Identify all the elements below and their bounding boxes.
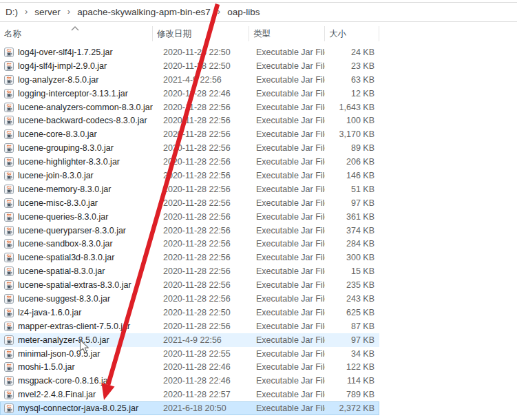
file-name: lucene-suggest-8.3.0.jar	[18, 294, 110, 304]
file-name: log4j-over-slf4j-1.7.25.jar	[18, 48, 113, 57]
file-date-modified: 2020-11-28 22:56	[153, 212, 249, 222]
file-size: 146 KB	[325, 171, 379, 180]
file-name: msgpack-core-0.8.16.jar	[18, 376, 111, 386]
file-row[interactable]: lucene-analyzers-common-8.3.0.jar 2020-1…	[0, 101, 379, 114]
executable-jar-icon	[4, 390, 14, 399]
file-name: mapper-extras-client-7.5.0.jar	[18, 322, 130, 331]
executable-jar-icon	[4, 129, 14, 139]
file-size: 1,643 KB	[325, 103, 379, 112]
executable-jar-icon	[4, 294, 14, 304]
file-date-modified: 2020-11-28 22:50	[153, 48, 249, 57]
file-name: logging-interceptor-3.13.1.jar	[18, 89, 128, 98]
file-size: 24 KB	[325, 48, 379, 57]
breadcrumb-item[interactable]: server	[30, 7, 65, 17]
file-row[interactable]: lucene-misc-8.3.0.jar 2020-11-28 22:56 E…	[0, 196, 379, 210]
file-date-modified: 2020-11-28 22:56	[153, 171, 249, 180]
file-row[interactable]: lucene-grouping-8.3.0.jar 2020-11-28 22:…	[0, 141, 379, 155]
file-row[interactable]: lucene-memory-8.3.0.jar 2020-11-28 22:56…	[0, 182, 379, 196]
file-name: mvel2-2.4.8.Final.jar	[18, 390, 96, 399]
file-row[interactable]: lucene-join-8.3.0.jar 2020-11-28 22:56 E…	[0, 169, 379, 182]
file-name-cell: mvel2-2.4.8.Final.jar	[0, 390, 153, 399]
executable-jar-icon	[4, 335, 14, 345]
file-type: Executable Jar File	[249, 266, 325, 276]
executable-jar-icon	[4, 266, 14, 276]
file-row[interactable]: minimal-json-0.9.5.jar 2020-11-28 22:55 …	[0, 347, 379, 361]
file-row[interactable]: lucene-queryparser-8.3.0.jar 2020-11-28 …	[0, 224, 379, 238]
executable-jar-icon	[4, 280, 14, 290]
file-row[interactable]: lucene-sandbox-8.3.0.jar 2020-11-28 22:5…	[0, 237, 379, 251]
file-name-cell: lucene-queryparser-8.3.0.jar	[0, 226, 153, 235]
column-headers: 名称 修改日期 类型 大小	[0, 25, 379, 43]
executable-jar-icon	[4, 253, 14, 262]
file-row[interactable]: logging-interceptor-3.13.1.jar 2020-11-2…	[0, 87, 379, 101]
file-type: Executable Jar File	[249, 390, 325, 399]
file-row[interactable]: lucene-highlighter-8.3.0.jar 2020-11-28 …	[0, 155, 379, 169]
file-row[interactable]: mvel2-2.4.8.Final.jar 2020-11-28 22:57 E…	[0, 388, 379, 401]
file-name-cell: lucene-suggest-8.3.0.jar	[0, 294, 153, 304]
file-row[interactable]: mapper-extras-client-7.5.0.jar 2020-11-2…	[0, 319, 379, 333]
file-date-modified: 2020-11-28 22:56	[153, 198, 249, 208]
file-size: 206 KB	[325, 157, 379, 167]
file-row[interactable]: log4j-over-slf4j-1.7.25.jar 2020-11-28 2…	[0, 45, 379, 59]
breadcrumb-chevron-icon: ›	[65, 6, 73, 18]
file-name: lucene-misc-8.3.0.jar	[18, 198, 98, 208]
breadcrumb-chevron-icon: ›	[22, 6, 30, 18]
file-name-cell: lucene-backward-codecs-8.3.0.jar	[0, 116, 153, 125]
column-separator	[324, 26, 325, 41]
breadcrumb-item[interactable]: oap-libs	[223, 7, 264, 17]
file-date-modified: 2020-11-28 22:56	[153, 266, 249, 276]
file-size: 114 KB	[325, 376, 379, 386]
column-header-date-modified[interactable]: 修改日期	[153, 25, 249, 43]
file-row[interactable]: lucene-suggest-8.3.0.jar 2020-11-28 22:5…	[0, 292, 379, 306]
file-row[interactable]: meter-analyzer-8.5.0.jar 2021-4-9 22:56 …	[0, 333, 379, 347]
file-type: Executable Jar File	[249, 103, 325, 112]
file-type: Executable Jar File	[249, 308, 325, 317]
file-size: 2,372 KB	[325, 403, 379, 413]
breadcrumb-item[interactable]: D:)	[1, 7, 22, 17]
file-type: Executable Jar File	[249, 212, 325, 222]
file-date-modified: 2020-11-28 22:56	[153, 116, 249, 125]
file-row[interactable]: log4j-slf4j-impl-2.9.0.jar 2020-11-28 22…	[0, 59, 379, 73]
file-date-modified: 2020-11-28 22:56	[153, 322, 249, 331]
file-size: 789 KB	[325, 390, 379, 399]
file-list: log4j-over-slf4j-1.7.25.jar 2020-11-28 2…	[0, 45, 379, 415]
executable-jar-icon	[4, 103, 14, 112]
executable-jar-icon	[4, 349, 14, 359]
file-row[interactable]: mysql-connector-java-8.0.25.jar 2021-6-1…	[0, 401, 379, 415]
file-row[interactable]: lucene-spatial-extras-8.3.0.jar 2020-11-…	[0, 278, 379, 292]
file-name-cell: log-analyzer-8.5.0.jar	[0, 75, 153, 85]
breadcrumb-item[interactable]: apache-skywalking-apm-bin-es7	[73, 7, 215, 17]
file-name: lucene-memory-8.3.0.jar	[18, 185, 111, 194]
file-name: lz4-java-1.6.0.jar	[18, 308, 81, 317]
file-size: 97 KB	[325, 198, 379, 208]
file-type: Executable Jar File	[249, 294, 325, 304]
file-row[interactable]: lucene-backward-codecs-8.3.0.jar 2020-11…	[0, 114, 379, 127]
executable-jar-icon	[4, 308, 14, 317]
file-name: lucene-core-8.3.0.jar	[18, 129, 97, 139]
file-row[interactable]: lucene-spatial3d-8.3.0.jar 2020-11-28 22…	[0, 251, 379, 264]
file-size: 300 KB	[325, 253, 379, 262]
file-name: lucene-grouping-8.3.0.jar	[18, 143, 114, 153]
file-name-cell: mapper-extras-client-7.5.0.jar	[0, 322, 153, 331]
file-row[interactable]: lucene-queries-8.3.0.jar 2020-11-28 22:5…	[0, 210, 379, 224]
file-row[interactable]: lz4-java-1.6.0.jar 2020-11-28 22:50 Exec…	[0, 306, 379, 319]
file-row[interactable]: msgpack-core-0.8.16.jar 2020-11-28 22:46…	[0, 374, 379, 388]
file-row[interactable]: lucene-core-8.3.0.jar 2020-11-28 22:56 E…	[0, 127, 379, 141]
file-row[interactable]: log-analyzer-8.5.0.jar 2021-4-9 22:56 Ex…	[0, 73, 379, 87]
file-name-cell: lucene-spatial-8.3.0.jar	[0, 266, 153, 276]
file-row[interactable]: lucene-spatial-8.3.0.jar 2020-11-28 22:5…	[0, 264, 379, 278]
column-header-size[interactable]: 大小	[325, 25, 379, 43]
file-type: Executable Jar File	[249, 280, 325, 290]
executable-jar-icon	[4, 322, 14, 331]
file-type: Executable Jar File	[249, 403, 325, 413]
file-size: 361 KB	[325, 212, 379, 222]
column-header-type-label: 类型	[253, 28, 271, 40]
executable-jar-icon	[4, 171, 14, 180]
file-row[interactable]: moshi-1.5.0.jar 2020-11-28 22:46 Executa…	[0, 360, 379, 374]
column-header-type[interactable]: 类型	[249, 25, 324, 43]
file-date-modified: 2020-11-28 22:56	[153, 226, 249, 235]
file-name: minimal-json-0.9.5.jar	[18, 349, 100, 359]
column-header-name-label: 名称	[4, 28, 21, 40]
file-name-cell: lucene-grouping-8.3.0.jar	[0, 143, 153, 153]
file-size: 284 KB	[325, 239, 379, 249]
